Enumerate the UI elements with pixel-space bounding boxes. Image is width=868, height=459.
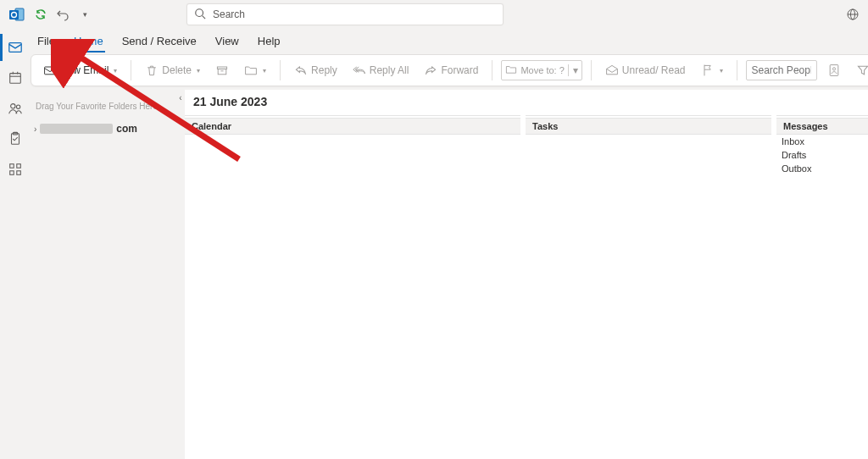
messages-column: Messages Inbox Drafts Outbox [776, 115, 868, 459]
date-title: 21 June 2023 [193, 95, 267, 108]
move-split-button[interactable]: ▾ [239, 58, 271, 82]
today-columns: Calendar Tasks Messages Inbox Drafts Out… [185, 115, 868, 459]
ribbon: New Email ▾ Delete ▾ ▾ [31, 54, 868, 86]
chevron-down-icon: ▾ [263, 67, 266, 75]
mail-icon [43, 64, 57, 77]
svg-line-4 [203, 15, 206, 19]
unread-read-button[interactable]: Unread/ Read [600, 58, 691, 82]
title-bar-right [846, 0, 860, 29]
chevron-down-icon: ▾ [114, 67, 117, 75]
main-pane: 21 June 2023 Cust Calendar Tasks Message… [185, 90, 868, 459]
separator [280, 60, 281, 80]
svg-rect-1 [9, 10, 19, 19]
forward-icon [424, 64, 437, 77]
archive-button[interactable] [210, 58, 234, 82]
search-placeholder: Search [213, 8, 245, 20]
filter-button[interactable]: ▾ [851, 58, 868, 82]
address-book-button[interactable] [822, 58, 846, 82]
separator [737, 60, 737, 80]
tasks-column: Tasks [526, 115, 771, 459]
svg-rect-19 [9, 171, 14, 175]
forward-button[interactable]: Forward [419, 58, 483, 82]
calendar-column: Calendar [185, 115, 520, 459]
svg-rect-20 [16, 171, 20, 175]
reply-icon [294, 64, 308, 77]
nav-calendar-icon[interactable] [0, 64, 27, 91]
messages-outbox-link[interactable]: Outbox [776, 162, 868, 175]
svg-rect-21 [45, 67, 56, 75]
separator [492, 60, 492, 80]
folder-icon [505, 64, 517, 78]
menu-send-receive[interactable]: Send / Receive [120, 31, 198, 53]
chevron-down-icon: ▾ [197, 67, 200, 75]
undo-icon[interactable] [56, 8, 70, 21]
archive-icon [215, 64, 229, 77]
nav-rail [0, 29, 27, 459]
svg-rect-8 [8, 43, 20, 53]
separator [591, 60, 592, 80]
tasks-header: Tasks [526, 118, 771, 135]
date-header: 21 June 2023 Cust [185, 90, 868, 115]
menu-view[interactable]: View [214, 31, 241, 53]
svg-rect-17 [9, 164, 14, 169]
global-search[interactable]: Search [186, 3, 504, 25]
address-book-icon [827, 64, 841, 77]
svg-rect-18 [16, 164, 20, 169]
globe-icon[interactable] [846, 8, 860, 21]
qat-customize-caret-icon[interactable]: ▾ [78, 8, 92, 21]
mail-open-icon [605, 64, 619, 77]
work-area: File Home Send / Receive View Help New E… [27, 29, 868, 459]
folder-move-icon [244, 64, 258, 77]
search-icon [194, 8, 206, 22]
nav-mail-icon[interactable] [0, 34, 27, 61]
menu-home[interactable]: Home [72, 31, 105, 53]
separator [131, 60, 131, 80]
flag-button[interactable]: ▾ [696, 58, 728, 82]
folder-pane: Drag Your Favorite Folders Here › com [27, 90, 176, 459]
title-bar: ▾ Search [0, 0, 868, 29]
chevron-down-icon: ▾ [720, 67, 723, 75]
svg-rect-9 [9, 74, 20, 84]
chevron-right-icon: › [34, 124, 36, 134]
messages-drafts-link[interactable]: Drafts [776, 148, 868, 162]
calendar-header: Calendar [185, 118, 520, 135]
collapse-folder-pane-icon[interactable]: ‹ [176, 90, 185, 459]
nav-tasks-icon[interactable] [0, 125, 27, 152]
search-people-input[interactable] [746, 60, 817, 80]
account-email-suffix: com [116, 123, 137, 135]
menu-file[interactable]: File [36, 31, 57, 53]
reply-all-button[interactable]: Reply All [348, 58, 415, 82]
outlook-logo-icon [8, 6, 25, 23]
delete-button[interactable]: Delete ▾ [140, 58, 205, 82]
svg-point-26 [832, 68, 835, 70]
flag-icon [701, 64, 715, 77]
new-email-button[interactable]: New Email ▾ [38, 58, 122, 82]
svg-point-14 [16, 105, 19, 108]
svg-point-3 [196, 8, 203, 16]
svg-point-13 [10, 104, 14, 108]
messages-inbox-link[interactable]: Inbox [776, 135, 868, 148]
reply-all-icon [353, 64, 366, 77]
trash-icon [145, 64, 159, 77]
svg-rect-23 [218, 69, 226, 74]
account-email-mask [40, 124, 113, 134]
title-bar-left: ▾ [8, 6, 92, 23]
menu-help[interactable]: Help [256, 31, 282, 53]
sync-icon[interactable] [34, 8, 47, 21]
account-node[interactable]: › com [27, 119, 176, 138]
chevron-down-icon: ▾ [568, 64, 580, 76]
nav-people-icon[interactable] [0, 95, 27, 122]
menu-bar: File Home Send / Receive View Help [27, 29, 868, 53]
content-row: Drag Your Favorite Folders Here › com ‹ … [27, 90, 868, 459]
messages-header: Messages [776, 118, 868, 135]
filter-icon [856, 64, 868, 77]
reply-button[interactable]: Reply [289, 58, 342, 82]
move-to-dropdown[interactable]: Move to: ? ▾ [501, 60, 581, 80]
favorites-hint: Drag Your Favorite Folders Here [27, 97, 176, 119]
nav-more-apps-icon[interactable] [0, 156, 27, 183]
